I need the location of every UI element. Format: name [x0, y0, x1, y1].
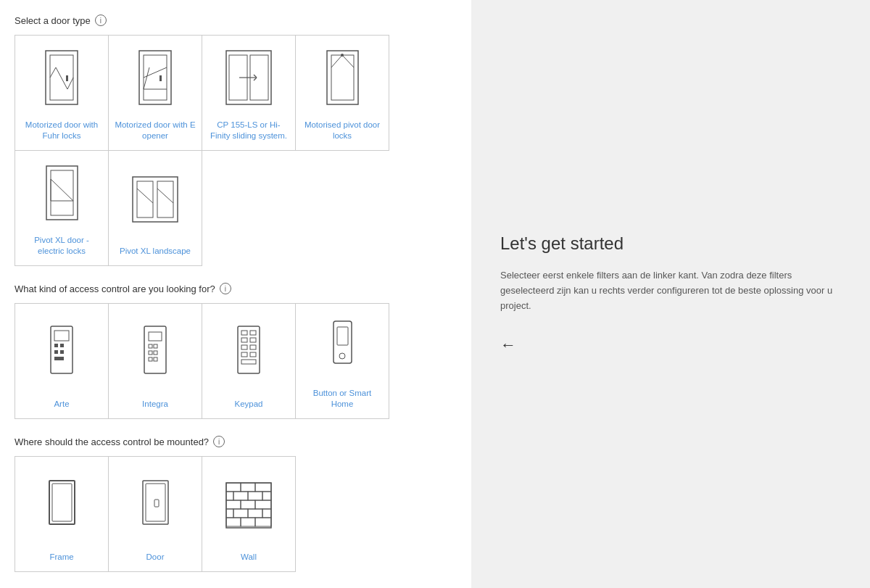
card-door[interactable]: Door: [108, 456, 202, 572]
svg-line-32: [157, 189, 173, 203]
svg-rect-43: [154, 344, 157, 348]
card-motorised-pivot-label: Motorised pivot door locks: [302, 120, 383, 141]
motorized-fuhr-icon: [21, 43, 102, 114]
svg-rect-79: [248, 509, 262, 518]
back-arrow-icon[interactable]: ←: [500, 336, 841, 355]
svg-rect-36: [60, 344, 64, 347]
svg-rect-81: [226, 518, 241, 526]
svg-rect-71: [233, 492, 248, 500]
card-pivot-xl-electric[interactable]: Pivot XL door - electric locks: [14, 150, 109, 266]
svg-rect-77: [226, 509, 233, 518]
svg-rect-73: [262, 492, 271, 500]
mount-location-section: Where should the access control be mount…: [14, 436, 457, 571]
card-wall[interactable]: Wall: [202, 456, 296, 572]
card-integra[interactable]: Integra: [108, 303, 202, 419]
mount-location-info-icon[interactable]: i: [213, 436, 225, 447]
svg-rect-56: [250, 352, 256, 357]
svg-rect-42: [149, 344, 152, 348]
svg-rect-54: [250, 345, 256, 349]
svg-rect-62: [52, 484, 72, 521]
right-title: Let's get started: [500, 233, 841, 254]
svg-rect-40: [144, 326, 166, 373]
card-motorized-fuhr[interactable]: Motorized door with Fuhr locks: [14, 35, 109, 151]
svg-line-3: [56, 67, 67, 89]
svg-rect-29: [137, 181, 153, 218]
button-smart-icon: [302, 311, 383, 382]
card-pivot-xl-landscape[interactable]: Pivot XL landscape: [108, 150, 202, 266]
svg-rect-37: [54, 350, 58, 354]
svg-rect-59: [337, 327, 348, 345]
svg-rect-67: [226, 483, 241, 492]
svg-rect-7: [144, 55, 167, 100]
svg-rect-58: [334, 321, 352, 363]
svg-rect-28: [133, 177, 178, 222]
svg-point-60: [339, 353, 345, 359]
svg-rect-64: [146, 484, 165, 521]
svg-rect-55: [241, 352, 247, 357]
access-control-title: What kind of access control are you look…: [14, 283, 457, 294]
mount-location-title: Where should the access control be mount…: [14, 436, 457, 447]
card-button-smart[interactable]: Button or Smart Home: [295, 303, 389, 419]
right-body: Selecteer eerst enkele filters aan de li…: [500, 268, 841, 313]
svg-rect-11: [160, 75, 162, 81]
pivot-xl-electric-icon: [21, 158, 102, 229]
access-control-section: What kind of access control are you look…: [14, 283, 457, 418]
motorised-pivot-icon: [302, 43, 383, 114]
svg-rect-72: [248, 492, 262, 500]
door-type-grid: Motorized door with Fuhr locks Motorized…: [14, 35, 457, 265]
svg-rect-63: [143, 481, 168, 524]
svg-rect-70: [226, 492, 233, 500]
card-frame[interactable]: Frame: [14, 456, 109, 572]
card-keypad[interactable]: Keypad: [202, 303, 296, 419]
svg-rect-38: [60, 350, 64, 354]
svg-rect-45: [154, 351, 157, 355]
card-motorised-pivot[interactable]: Motorised pivot door locks: [295, 35, 389, 151]
card-frame-label: Frame: [49, 552, 73, 563]
svg-rect-83: [255, 518, 271, 526]
svg-rect-52: [250, 338, 256, 342]
arte-icon: [21, 311, 102, 393]
card-door-label: Door: [146, 552, 165, 563]
svg-rect-82: [241, 518, 255, 526]
svg-rect-61: [49, 481, 75, 524]
access-control-info-icon[interactable]: i: [220, 283, 231, 294]
svg-rect-30: [157, 181, 173, 218]
svg-line-2: [50, 67, 56, 78]
pivot-xl-landscape-icon: [115, 158, 196, 240]
svg-rect-50: [250, 331, 256, 335]
svg-line-10: [144, 67, 149, 89]
door-mount-icon: [115, 464, 196, 546]
svg-rect-75: [241, 500, 255, 509]
door-type-info-icon[interactable]: i: [95, 15, 107, 26]
svg-line-4: [67, 78, 73, 89]
card-cp155-sliding[interactable]: CP 155-LS or Hi-Finity sliding system.: [202, 35, 296, 151]
svg-rect-49: [241, 331, 247, 335]
card-wall-label: Wall: [241, 552, 257, 563]
mount-location-grid: Frame Door: [14, 456, 457, 571]
card-keypad-label: Keypad: [234, 399, 262, 410]
svg-rect-19: [331, 55, 354, 100]
right-panel: Let's get started Selecteer eerst enkele…: [471, 0, 870, 588]
svg-rect-53: [241, 345, 247, 349]
access-control-grid: Arte Integra: [14, 303, 457, 418]
svg-rect-57: [241, 360, 256, 364]
svg-rect-74: [226, 500, 241, 509]
svg-rect-34: [54, 331, 69, 341]
svg-rect-35: [54, 344, 58, 347]
svg-rect-5: [66, 75, 68, 81]
svg-rect-69: [255, 483, 271, 492]
svg-rect-39: [54, 357, 64, 360]
svg-line-25: [51, 179, 73, 201]
integra-icon: [115, 311, 196, 393]
svg-rect-47: [154, 357, 157, 361]
svg-rect-68: [241, 483, 255, 492]
wall-mount-icon: [208, 464, 289, 546]
svg-rect-46: [149, 357, 152, 361]
svg-rect-80: [262, 509, 271, 518]
svg-rect-24: [51, 170, 73, 215]
svg-rect-51: [241, 338, 247, 342]
card-arte[interactable]: Arte: [14, 303, 109, 419]
card-motorized-e-opener[interactable]: Motorized door with E opener: [108, 35, 202, 151]
right-content: Let's get started Selecteer eerst enkele…: [500, 233, 841, 354]
door-type-title: Select a door type i: [14, 15, 457, 26]
